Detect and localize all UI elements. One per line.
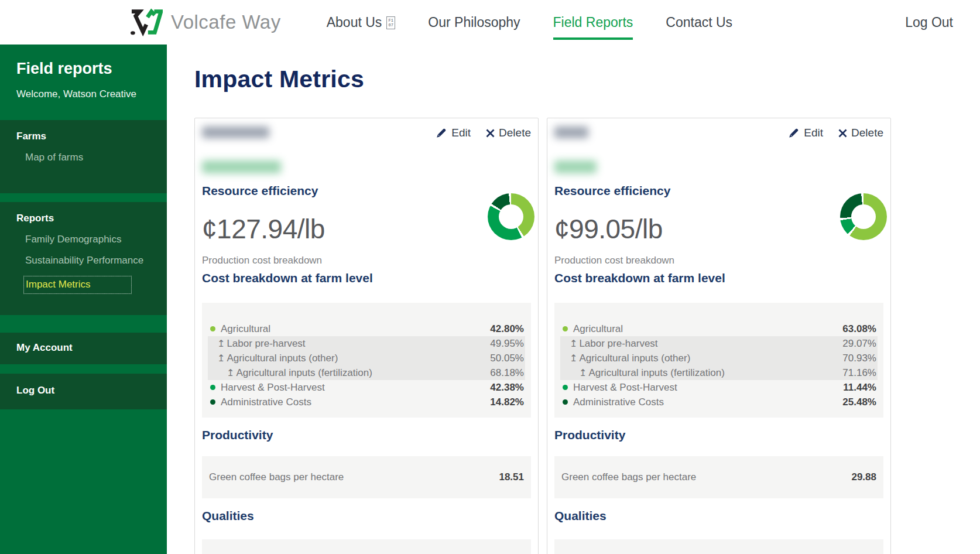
welcome-text: Welcome, Watson Creative — [16, 88, 167, 100]
sidebar-item-sustainability-performance[interactable]: Sustainability Performance — [25, 255, 167, 266]
cost-breakdown-table: Agricultural63.08%↥Labor pre-harvest29.0… — [554, 303, 883, 418]
cost-donut-chart — [488, 193, 534, 240]
legend-dot — [563, 326, 568, 331]
row-label: Harvest & Post-Harvest — [221, 382, 325, 394]
indent-arrow-icon: ↥ — [570, 353, 577, 364]
row-value: 29.07% — [842, 338, 876, 350]
delete-label: Delete — [851, 126, 883, 139]
report-card: Edit Delete Resource efficiency ¢127.94/… — [194, 118, 539, 554]
main-content: Impact Metrics Edit Delete — [167, 45, 980, 554]
row-label: Agricultural — [573, 323, 623, 335]
nav-item-about-us[interactable]: About UsF107 — [310, 1, 412, 45]
row-label: Agricultural — [221, 323, 270, 335]
edit-button[interactable]: Edit — [788, 126, 823, 139]
sidebar: Field reports Welcome, Watson Creative F… — [0, 45, 167, 554]
sidebar-item-map-of-farms[interactable]: Map of farms — [25, 152, 167, 163]
row-value: 49.95% — [490, 338, 524, 350]
redacted-report-title — [554, 126, 588, 138]
table-row: Administrative Costs14.82% — [208, 395, 525, 409]
row-value: 68.18% — [490, 367, 524, 379]
production-cost-note: Production cost breakdown — [554, 255, 883, 266]
delete-label: Delete — [499, 126, 531, 139]
cost-breakdown-heading: Cost breakdown at farm level — [554, 271, 883, 285]
reports-heading: Reports — [16, 213, 167, 224]
edit-button[interactable]: Edit — [436, 126, 471, 139]
qualities-heading: Qualities — [202, 509, 531, 523]
production-cost-note: Production cost breakdown — [202, 255, 531, 266]
sidebar-item-log-out[interactable]: Log Out — [16, 385, 54, 396]
table-row: ↥Agricultural inputs (other)70.93% — [560, 351, 878, 365]
sidebar-section-my-account: My Account — [0, 333, 167, 364]
sidebar-header: Field reports Welcome, Watson Creative — [0, 45, 167, 120]
legend-dot — [210, 399, 215, 405]
row-label: Harvest & Post-Harvest — [573, 382, 677, 394]
productivity-heading: Productivity — [202, 428, 531, 442]
nav-logout-link[interactable]: Log Out — [905, 15, 953, 30]
sidebar-section-log-out: Log Out — [0, 374, 167, 409]
row-label: Administrative Costs — [573, 396, 664, 408]
qualities-heading: Qualities — [554, 509, 883, 523]
table-row: ↥Labor pre-harvest29.07% — [560, 336, 878, 351]
nav-item-field-reports[interactable]: Field Reports — [537, 1, 650, 45]
redacted-country — [554, 160, 597, 173]
sidebar-divider — [0, 315, 167, 333]
sidebar-item-my-account[interactable]: My Account — [16, 342, 73, 353]
table-row: Agricultural63.08% — [560, 322, 878, 336]
sidebar-item-family-demographics[interactable]: Family Demographics — [25, 234, 167, 245]
row-value: 42.38% — [490, 382, 524, 394]
productivity-panel: Green coffee bags per hectare 18.51 — [202, 456, 531, 498]
row-value: 14.82% — [490, 396, 524, 408]
row-label: Labor pre-harvest — [227, 338, 305, 350]
pencil-icon — [436, 127, 447, 139]
cost-per-lb-value: ¢127.94/lb — [202, 213, 531, 245]
nav-item-our-philosophy[interactable]: Our Philosophy — [412, 1, 536, 45]
legend-dot — [210, 385, 215, 390]
table-row: Administrative Costs25.48% — [560, 395, 878, 409]
table-row: ↥Agricultural inputs (fertilization)68.1… — [208, 365, 525, 380]
sidebar-item-impact-metrics[interactable]: Impact Metrics — [23, 276, 132, 294]
metric-label: Green coffee bags per hectare — [209, 471, 344, 483]
nav-item-contact-us[interactable]: Contact Us — [649, 1, 749, 45]
report-cards: Edit Delete Resource efficiency ¢127.94/… — [194, 118, 980, 554]
productivity-panel: Green coffee bags per hectare 29.88 — [554, 456, 883, 498]
row-label: Agricultural inputs (other) — [227, 353, 338, 364]
sidebar-section-reports: Reports Family Demographics Sustainabili… — [0, 202, 167, 315]
table-row: Harvest & Post-Harvest42.38% — [208, 380, 525, 395]
brand-name: Volcafe Way — [171, 11, 281, 33]
delete-button[interactable]: Delete — [838, 126, 883, 139]
row-label: Agricultural inputs (fertilization) — [236, 367, 372, 379]
brand-logo[interactable]: Volcafe Way — [129, 8, 281, 37]
row-value: 42.80% — [490, 323, 524, 335]
report-card: Edit Delete Resource efficiency ¢99.05/l… — [547, 118, 891, 554]
redacted-country — [202, 160, 281, 173]
row-value: 63.08% — [842, 323, 876, 335]
delete-button[interactable]: Delete — [486, 126, 531, 139]
table-row: Agricultural42.80% — [208, 322, 525, 336]
x-icon — [838, 129, 847, 138]
table-row: ↥Agricultural inputs (other)50.05% — [208, 351, 525, 365]
cost-per-lb-value: ¢99.05/lb — [554, 213, 883, 245]
cost-donut-chart — [840, 193, 887, 240]
cost-breakdown-table: Agricultural42.80%↥Labor pre-harvest49.9… — [202, 303, 531, 418]
edit-label: Edit — [451, 126, 471, 139]
table-row: ↥Agricultural inputs (fertilization)71.1… — [560, 365, 878, 380]
resource-efficiency-heading: Resource efficiency — [554, 184, 883, 198]
metric-label: Green coffee bags per hectare — [561, 471, 696, 483]
productivity-heading: Productivity — [554, 428, 883, 442]
sidebar-title: Field reports — [16, 60, 167, 78]
row-label: Agricultural inputs (fertilization) — [588, 367, 724, 379]
row-label: Agricultural inputs (other) — [579, 353, 690, 364]
row-label: Labor pre-harvest — [579, 338, 657, 350]
legend-dot — [563, 385, 568, 390]
legend-dot — [210, 326, 215, 331]
edit-label: Edit — [804, 126, 823, 139]
row-value: 11.44% — [843, 382, 876, 394]
page-title: Impact Metrics — [194, 66, 980, 93]
qualities-panel — [202, 539, 531, 554]
redacted-report-title — [202, 126, 269, 138]
donut-hole — [851, 204, 876, 229]
nav-menu: About UsF107 Our Philosophy Field Report… — [310, 1, 749, 45]
sidebar-divider — [0, 193, 167, 202]
metric-value: 18.51 — [499, 471, 524, 483]
indent-arrow-icon: ↥ — [579, 367, 587, 378]
